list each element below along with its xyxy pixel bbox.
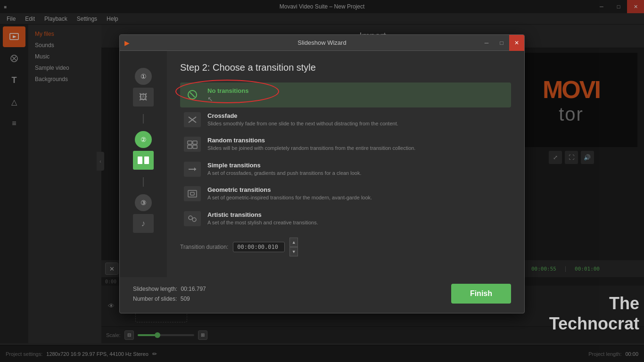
svg-rect-6 — [144, 156, 149, 164]
duration-spin-up[interactable]: ▲ — [289, 238, 298, 247]
step-3-circle: ③ — [135, 194, 152, 211]
dialog-controls: ─ □ ✕ — [479, 35, 524, 51]
random-transitions-icon — [184, 137, 201, 152]
duration-spin-down[interactable]: ▼ — [289, 247, 298, 256]
crossfade-option[interactable]: Crossfade Slides smoothly fade from one … — [180, 107, 511, 132]
svg-rect-13 — [193, 141, 197, 144]
geometric-transitions-name: Geometric transitions — [207, 186, 372, 193]
dialog-close-button[interactable]: ✕ — [509, 35, 524, 51]
watermark: The Technocrat — [549, 293, 639, 334]
random-transitions-desc: Slides will be joined with completely ra… — [207, 145, 415, 152]
crossfade-desc: Slides smoothly fade from one slide to t… — [207, 120, 398, 127]
dialog-main-content: Step 2: Choose a transition style — [167, 51, 524, 277]
watermark-line2: Technocrat — [549, 313, 639, 334]
geometric-transitions-option[interactable]: Geometric transitions A set of geometric… — [180, 181, 511, 206]
svg-point-21 — [192, 218, 196, 222]
steps-sidebar: ① 🖼 ② — [120, 51, 167, 277]
artistic-transitions-name: Artistic transitions — [207, 211, 318, 218]
simple-transitions-icon — [184, 162, 201, 177]
artistic-transitions-desc: A set of the most stylish and creative t… — [207, 219, 318, 226]
no-transitions-name: No transitions — [207, 87, 248, 94]
dialog-overlay: ▶ Slideshow Wizard ─ □ ✕ ① 🖼 ② — [0, 0, 644, 362]
dialog-title: Slideshow Wizard — [297, 39, 346, 46]
simple-transitions-option[interactable]: Simple transitions A set of crossfades, … — [180, 157, 511, 181]
crossfade-name: Crossfade — [207, 112, 398, 119]
step-connector-2 — [143, 177, 144, 187]
svg-rect-19 — [190, 192, 194, 195]
artistic-transitions-option[interactable]: Artistic transitions A set of the most s… — [180, 206, 511, 231]
cursor-indicator: ↖ — [207, 95, 213, 103]
crossfade-icon — [184, 112, 201, 127]
step-1-circle: ① — [135, 68, 152, 85]
svg-rect-12 — [188, 141, 192, 144]
geometric-transitions-icon — [184, 186, 201, 201]
slideshow-length-value: 00:16.797 — [181, 286, 206, 292]
dialog-footer: Slideshow length: 00:16.797 Number of sl… — [120, 277, 524, 313]
step-1[interactable]: ① 🖼 — [120, 60, 167, 114]
transitions-list: No transitions ↖ — [180, 82, 511, 231]
simple-transitions-desc: A set of crossfades, gradients and push … — [207, 170, 362, 177]
svg-rect-5 — [138, 156, 142, 164]
dialog-titlebar: ▶ Slideshow Wizard ─ □ ✕ — [120, 35, 524, 51]
svg-rect-18 — [188, 190, 197, 197]
step-2-icon — [133, 151, 154, 170]
dialog-app-icon: ▶ — [124, 39, 130, 47]
step-2-circle: ② — [135, 131, 152, 148]
dialog-minimize-button[interactable]: ─ — [479, 35, 494, 51]
step-3-icon: ♪ — [133, 214, 154, 233]
num-slides-label: Number of slides: — [133, 296, 177, 302]
step-title: Step 2: Choose a transition style — [180, 62, 511, 73]
dialog-body: ① 🖼 ② — [120, 51, 524, 277]
no-transitions-option[interactable]: No transitions ↖ — [180, 82, 511, 107]
duration-input[interactable] — [233, 242, 285, 252]
step-connector-1 — [143, 114, 144, 123]
footer-info: Slideshow length: 00:16.797 Number of sl… — [133, 284, 206, 304]
random-transitions-option[interactable]: Random transitions Slides will be joined… — [180, 132, 511, 156]
svg-line-9 — [190, 92, 195, 97]
slideshow-length-label: Slideshow length: — [133, 286, 177, 292]
svg-marker-7 — [142, 158, 144, 162]
num-slides-value: 509 — [181, 296, 190, 302]
no-transitions-icon — [184, 87, 201, 102]
svg-rect-15 — [193, 145, 197, 148]
step-1-icon: 🖼 — [133, 88, 154, 107]
duration-row: Transition duration: ▲ ▼ — [180, 238, 511, 256]
svg-marker-17 — [194, 167, 196, 171]
step-3[interactable]: ③ ♪ — [120, 187, 167, 240]
finish-button[interactable]: Finish — [451, 284, 511, 304]
svg-point-20 — [189, 216, 192, 220]
random-transitions-name: Random transitions — [207, 137, 415, 144]
dialog-maximize-button[interactable]: □ — [494, 35, 509, 51]
artistic-transitions-icon — [184, 211, 201, 226]
watermark-line1: The — [549, 293, 639, 313]
geometric-transitions-desc: A set of geometric-inspired transitions … — [207, 194, 372, 201]
step-2[interactable]: ② — [120, 123, 167, 177]
simple-transitions-name: Simple transitions — [207, 162, 362, 169]
slideshow-wizard-dialog: ▶ Slideshow Wizard ─ □ ✕ ① 🖼 ② — [119, 34, 525, 313]
duration-label: Transition duration: — [180, 244, 228, 250]
svg-rect-14 — [188, 145, 192, 148]
